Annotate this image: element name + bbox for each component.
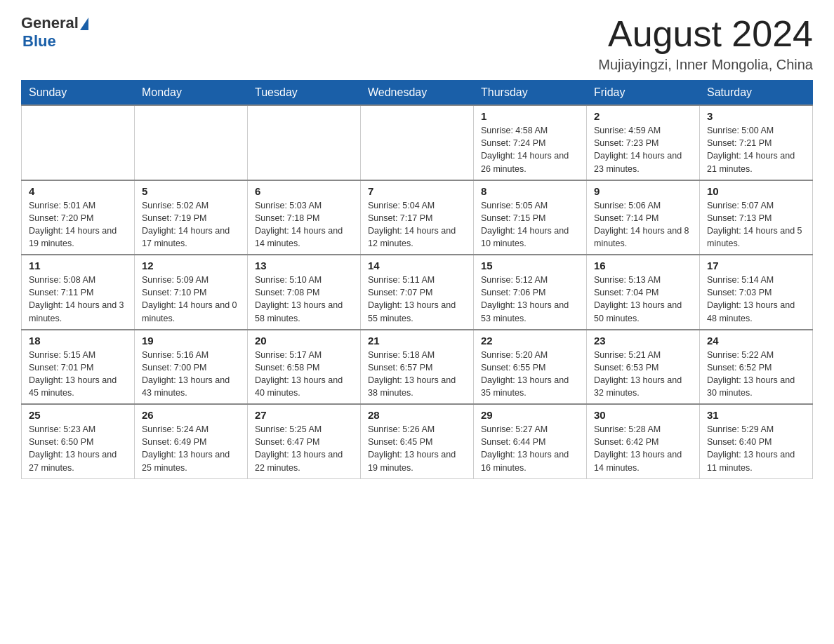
calendar-cell: 9Sunrise: 5:06 AM Sunset: 7:14 PM Daylig… (587, 180, 700, 255)
calendar-cell: 11Sunrise: 5:08 AM Sunset: 7:11 PM Dayli… (22, 255, 135, 330)
day-number: 7 (368, 185, 466, 197)
week-row: 4Sunrise: 5:01 AM Sunset: 7:20 PM Daylig… (22, 180, 813, 255)
day-number: 6 (255, 185, 353, 197)
calendar-cell: 16Sunrise: 5:13 AM Sunset: 7:04 PM Dayli… (587, 255, 700, 330)
day-number: 24 (707, 335, 805, 347)
day-info: Sunrise: 5:10 AM Sunset: 7:08 PM Dayligh… (255, 274, 353, 325)
calendar-cell: 3Sunrise: 5:00 AM Sunset: 7:21 PM Daylig… (700, 105, 813, 180)
calendar-cell: 26Sunrise: 5:24 AM Sunset: 6:49 PM Dayli… (135, 404, 248, 478)
day-info: Sunrise: 5:04 AM Sunset: 7:17 PM Dayligh… (368, 199, 466, 250)
calendar-cell: 18Sunrise: 5:15 AM Sunset: 7:01 PM Dayli… (22, 330, 135, 405)
calendar-cell: 7Sunrise: 5:04 AM Sunset: 7:17 PM Daylig… (361, 180, 474, 255)
calendar-cell: 28Sunrise: 5:26 AM Sunset: 6:45 PM Dayli… (361, 404, 474, 478)
day-info: Sunrise: 5:06 AM Sunset: 7:14 PM Dayligh… (594, 199, 692, 250)
day-of-week-header: Monday (135, 81, 248, 106)
week-row: 18Sunrise: 5:15 AM Sunset: 7:01 PM Dayli… (22, 330, 813, 405)
calendar-table: SundayMondayTuesdayWednesdayThursdayFrid… (21, 80, 813, 479)
day-number: 4 (29, 185, 127, 197)
day-number: 29 (481, 409, 579, 421)
day-info: Sunrise: 5:20 AM Sunset: 6:55 PM Dayligh… (481, 349, 579, 400)
day-number: 20 (255, 335, 353, 347)
day-info: Sunrise: 4:58 AM Sunset: 7:24 PM Dayligh… (481, 124, 579, 175)
day-number: 10 (707, 185, 805, 197)
day-number: 11 (29, 260, 127, 271)
day-info: Sunrise: 5:25 AM Sunset: 6:47 PM Dayligh… (255, 423, 353, 474)
calendar-cell: 17Sunrise: 5:14 AM Sunset: 7:03 PM Dayli… (700, 255, 813, 330)
calendar-cell: 24Sunrise: 5:22 AM Sunset: 6:52 PM Dayli… (700, 330, 813, 405)
day-number: 19 (142, 335, 240, 347)
day-number: 15 (481, 260, 579, 271)
calendar-cell: 4Sunrise: 5:01 AM Sunset: 7:20 PM Daylig… (22, 180, 135, 255)
day-of-week-header: Friday (587, 81, 700, 106)
calendar-cell (22, 105, 135, 180)
day-info: Sunrise: 5:22 AM Sunset: 6:52 PM Dayligh… (707, 349, 805, 400)
logo: General Blue (21, 14, 88, 51)
calendar-cell: 20Sunrise: 5:17 AM Sunset: 6:58 PM Dayli… (248, 330, 361, 405)
day-of-week-header: Wednesday (361, 81, 474, 106)
day-number: 17 (707, 260, 805, 271)
calendar-cell: 5Sunrise: 5:02 AM Sunset: 7:19 PM Daylig… (135, 180, 248, 255)
week-row: 11Sunrise: 5:08 AM Sunset: 7:11 PM Dayli… (22, 255, 813, 330)
day-info: Sunrise: 5:16 AM Sunset: 7:00 PM Dayligh… (142, 349, 240, 400)
calendar-cell (361, 105, 474, 180)
day-info: Sunrise: 4:59 AM Sunset: 7:23 PM Dayligh… (594, 124, 692, 175)
day-number: 28 (368, 409, 466, 421)
week-row: 1Sunrise: 4:58 AM Sunset: 7:24 PM Daylig… (22, 105, 813, 180)
day-info: Sunrise: 5:13 AM Sunset: 7:04 PM Dayligh… (594, 274, 692, 325)
calendar-cell: 2Sunrise: 4:59 AM Sunset: 7:23 PM Daylig… (587, 105, 700, 180)
day-number: 1 (481, 110, 579, 122)
calendar-cell: 27Sunrise: 5:25 AM Sunset: 6:47 PM Dayli… (248, 404, 361, 478)
day-info: Sunrise: 5:05 AM Sunset: 7:15 PM Dayligh… (481, 199, 579, 250)
day-info: Sunrise: 5:24 AM Sunset: 6:49 PM Dayligh… (142, 423, 240, 474)
day-info: Sunrise: 5:08 AM Sunset: 7:11 PM Dayligh… (29, 274, 127, 325)
day-info: Sunrise: 5:23 AM Sunset: 6:50 PM Dayligh… (29, 423, 127, 474)
calendar-cell (135, 105, 248, 180)
day-number: 8 (481, 185, 579, 197)
day-info: Sunrise: 5:28 AM Sunset: 6:42 PM Dayligh… (594, 423, 692, 474)
calendar-cell: 1Sunrise: 4:58 AM Sunset: 7:24 PM Daylig… (474, 105, 587, 180)
calendar-cell: 25Sunrise: 5:23 AM Sunset: 6:50 PM Dayli… (22, 404, 135, 478)
day-number: 9 (594, 185, 692, 197)
day-info: Sunrise: 5:29 AM Sunset: 6:40 PM Dayligh… (707, 423, 805, 474)
title-section: August 2024 Mujiayingzi, Inner Mongolia,… (598, 14, 813, 73)
calendar-cell: 8Sunrise: 5:05 AM Sunset: 7:15 PM Daylig… (474, 180, 587, 255)
day-info: Sunrise: 5:12 AM Sunset: 7:06 PM Dayligh… (481, 274, 579, 325)
calendar-cell: 6Sunrise: 5:03 AM Sunset: 7:18 PM Daylig… (248, 180, 361, 255)
day-info: Sunrise: 5:11 AM Sunset: 7:07 PM Dayligh… (368, 274, 466, 325)
day-info: Sunrise: 5:02 AM Sunset: 7:19 PM Dayligh… (142, 199, 240, 250)
day-info: Sunrise: 5:01 AM Sunset: 7:20 PM Dayligh… (29, 199, 127, 250)
day-number: 22 (481, 335, 579, 347)
day-number: 18 (29, 335, 127, 347)
day-number: 14 (368, 260, 466, 271)
day-info: Sunrise: 5:03 AM Sunset: 7:18 PM Dayligh… (255, 199, 353, 250)
day-of-week-header: Saturday (700, 81, 813, 106)
day-number: 16 (594, 260, 692, 271)
day-number: 25 (29, 409, 127, 421)
week-row: 25Sunrise: 5:23 AM Sunset: 6:50 PM Dayli… (22, 404, 813, 478)
day-number: 3 (707, 110, 805, 122)
day-number: 13 (255, 260, 353, 271)
calendar-cell: 23Sunrise: 5:21 AM Sunset: 6:53 PM Dayli… (587, 330, 700, 405)
page-header: General Blue August 2024 Mujiayingzi, In… (21, 14, 813, 73)
day-info: Sunrise: 5:27 AM Sunset: 6:44 PM Dayligh… (481, 423, 579, 474)
day-info: Sunrise: 5:17 AM Sunset: 6:58 PM Dayligh… (255, 349, 353, 400)
day-number: 5 (142, 185, 240, 197)
day-of-week-header: Tuesday (248, 81, 361, 106)
day-number: 26 (142, 409, 240, 421)
calendar-cell: 29Sunrise: 5:27 AM Sunset: 6:44 PM Dayli… (474, 404, 587, 478)
day-number: 21 (368, 335, 466, 347)
day-of-week-header: Thursday (474, 81, 587, 106)
logo-general-text: General (21, 14, 79, 32)
calendar-title: August 2024 (598, 14, 813, 54)
calendar-header-row: SundayMondayTuesdayWednesdayThursdayFrid… (22, 81, 813, 106)
day-of-week-header: Sunday (22, 81, 135, 106)
day-info: Sunrise: 5:14 AM Sunset: 7:03 PM Dayligh… (707, 274, 805, 325)
calendar-cell: 30Sunrise: 5:28 AM Sunset: 6:42 PM Dayli… (587, 404, 700, 478)
calendar-cell: 31Sunrise: 5:29 AM Sunset: 6:40 PM Dayli… (700, 404, 813, 478)
day-number: 2 (594, 110, 692, 122)
logo-triangle-icon (80, 18, 88, 30)
calendar-cell: 14Sunrise: 5:11 AM Sunset: 7:07 PM Dayli… (361, 255, 474, 330)
day-number: 31 (707, 409, 805, 421)
calendar-subtitle: Mujiayingzi, Inner Mongolia, China (598, 57, 813, 73)
calendar-cell: 12Sunrise: 5:09 AM Sunset: 7:10 PM Dayli… (135, 255, 248, 330)
